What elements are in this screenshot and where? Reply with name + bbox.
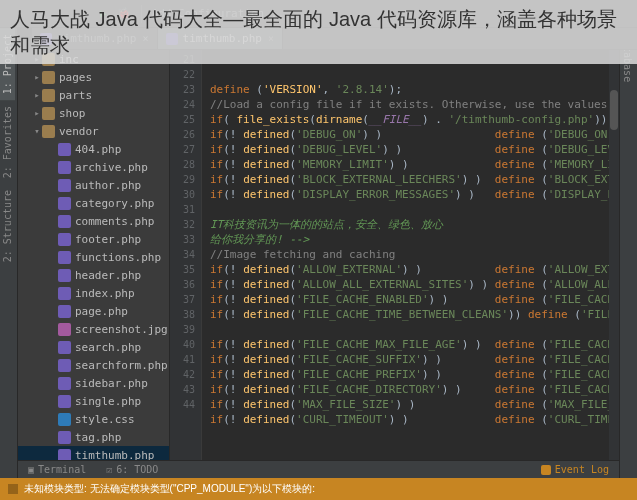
line-number: 44 xyxy=(170,397,195,412)
tree-label: page.php xyxy=(75,305,128,318)
right-tool-strip: Database xyxy=(619,28,637,478)
tree-label: searchform.php xyxy=(75,359,168,372)
tree-label: style.css xyxy=(75,413,135,426)
tree-item[interactable]: index.php xyxy=(18,284,169,302)
php-icon xyxy=(58,431,71,444)
code-line: if(! defined('DEBUG_LEVEL') ) define ('D… xyxy=(210,142,619,157)
code-line: //Image fetching and caching xyxy=(210,247,619,262)
php-icon xyxy=(58,197,71,210)
line-number: 39 xyxy=(170,322,195,337)
folder-icon xyxy=(42,125,55,138)
tree-label: index.php xyxy=(75,287,135,300)
scrollbar[interactable] xyxy=(609,50,619,460)
tree-item[interactable]: author.php xyxy=(18,176,169,194)
tree-label: sidebar.php xyxy=(75,377,148,390)
terminal-tab[interactable]: ▣Terminal xyxy=(18,461,96,478)
php-icon xyxy=(58,143,71,156)
php-icon xyxy=(58,251,71,264)
line-number: 42 xyxy=(170,367,195,382)
overlay-title: 人马大战 Java 代码大全—最全面的 Java 代码资源库，涵盖各种场景和需求 xyxy=(0,0,637,64)
code-line: if(! defined('FILE_CACHE_TIME_BETWEEN_CL… xyxy=(210,307,619,322)
code-line: if(! defined('FILE_CACHE_DIRECTORY') ) d… xyxy=(210,382,619,397)
status-message: 未知模块类型: 无法确定模块类型("CPP_MODULE")为以下模块的: xyxy=(24,482,315,496)
line-number: 34 xyxy=(170,247,195,262)
tree-item[interactable]: page.php xyxy=(18,302,169,320)
code-line: if(! defined('DISPLAY_ERROR_MESSAGES') )… xyxy=(210,187,619,202)
tree-item[interactable]: sidebar.php xyxy=(18,374,169,392)
event-log[interactable]: Event Log xyxy=(541,464,619,475)
tree-item[interactable]: style.css xyxy=(18,410,169,428)
tree-item[interactable]: archive.php xyxy=(18,158,169,176)
php-icon xyxy=(58,287,71,300)
tree-item[interactable]: header.php xyxy=(18,266,169,284)
code-line: if(! defined('FILE_CACHE_MAX_FILE_AGE') … xyxy=(210,337,619,352)
tree-arrow: ▸ xyxy=(32,108,42,118)
code-line: if(! defined('ALLOW_EXTERNAL') ) define … xyxy=(210,262,619,277)
bottom-tool-tabs: ▣Terminal ☑6: TODO Event Log xyxy=(18,460,619,478)
line-number: 43 xyxy=(170,382,195,397)
line-number: 27 xyxy=(170,142,195,157)
tree-label: footer.php xyxy=(75,233,141,246)
code-line: //Load a config file if it exists. Other… xyxy=(210,97,619,112)
tree-item[interactable]: search.php xyxy=(18,338,169,356)
todo-tab[interactable]: ☑6: TODO xyxy=(96,461,168,478)
tool----structure[interactable]: 2: Structure xyxy=(0,184,15,268)
tree-item[interactable]: tag.php xyxy=(18,428,169,446)
code-line: if(! defined('CURL_TIMEOUT') ) define ('… xyxy=(210,412,619,427)
tree-item[interactable]: timthumb.php xyxy=(18,446,169,460)
tree-label: functions.php xyxy=(75,251,161,264)
status-bar: 未知模块类型: 无法确定模块类型("CPP_MODULE")为以下模块的: xyxy=(0,478,637,500)
code-line xyxy=(210,67,619,82)
tool----favorites[interactable]: 2: Favorites xyxy=(0,100,15,184)
code-line: if(! defined('FILE_CACHE_PREFIX') ) defi… xyxy=(210,367,619,382)
project-tree: ▸inc▸pages▸parts▸shop▾vendor404.phparchi… xyxy=(18,50,170,460)
line-number: 30 xyxy=(170,187,195,202)
line-number: 36 xyxy=(170,277,195,292)
scrollbar-thumb[interactable] xyxy=(610,90,618,130)
tree-label: screenshot.jpg xyxy=(75,323,168,336)
php-icon xyxy=(58,449,71,461)
tree-item[interactable]: footer.php xyxy=(18,230,169,248)
tree-item[interactable]: single.php xyxy=(18,392,169,410)
left-tool-strip: 1: Project2: Favorites2: Structure xyxy=(0,28,18,478)
tree-label: header.php xyxy=(75,269,141,282)
tree-item[interactable]: ▸pages xyxy=(18,68,169,86)
tree-label: search.php xyxy=(75,341,141,354)
php-icon xyxy=(58,269,71,282)
tree-label: comments.php xyxy=(75,215,154,228)
tree-item[interactable]: category.php xyxy=(18,194,169,212)
tree-item[interactable]: ▾vendor xyxy=(18,122,169,140)
status-icon xyxy=(8,484,18,494)
code-line: 给你我分享的! --> xyxy=(210,232,619,247)
code-line: if(! defined('MAX_FILE_SIZE') ) define (… xyxy=(210,397,619,412)
tree-item[interactable]: functions.php xyxy=(18,248,169,266)
line-number: 25 xyxy=(170,112,195,127)
code-line: if(! defined('FILE_CACHE_SUFFIX') ) defi… xyxy=(210,352,619,367)
line-number: 32 xyxy=(170,217,195,232)
php-icon xyxy=(58,341,71,354)
editor: 2122232425262728293031323334353637383940… xyxy=(170,50,619,460)
php-icon xyxy=(58,179,71,192)
line-number: 24 xyxy=(170,97,195,112)
code-area[interactable]: define ('VERSION', '2.8.14');//Load a co… xyxy=(202,50,619,460)
tree-label: parts xyxy=(59,89,92,102)
line-number: 23 xyxy=(170,82,195,97)
code-line: if(! defined('DEBUG_ON') ) define ('DEBU… xyxy=(210,127,619,142)
tree-item[interactable]: searchform.php xyxy=(18,356,169,374)
terminal-icon: ▣ xyxy=(28,464,34,475)
css-icon xyxy=(58,413,71,426)
tree-item[interactable]: screenshot.jpg xyxy=(18,320,169,338)
code-line: if(! defined('ALLOW_ALL_EXTERNAL_SITES')… xyxy=(210,277,619,292)
tree-label: tag.php xyxy=(75,431,121,444)
code-line: if(! defined('FILE_CACHE_ENABLED') ) def… xyxy=(210,292,619,307)
code-line: if(! defined('MEMORY_LIMIT') ) define ('… xyxy=(210,157,619,172)
tree-item[interactable]: 404.php xyxy=(18,140,169,158)
tree-label: pages xyxy=(59,71,92,84)
tree-item[interactable]: comments.php xyxy=(18,212,169,230)
tree-label: category.php xyxy=(75,197,154,210)
php-icon xyxy=(58,395,71,408)
tree-item[interactable]: ▸parts xyxy=(18,86,169,104)
line-number: 33 xyxy=(170,232,195,247)
tree-label: timthumb.php xyxy=(75,449,154,461)
tree-item[interactable]: ▸shop xyxy=(18,104,169,122)
